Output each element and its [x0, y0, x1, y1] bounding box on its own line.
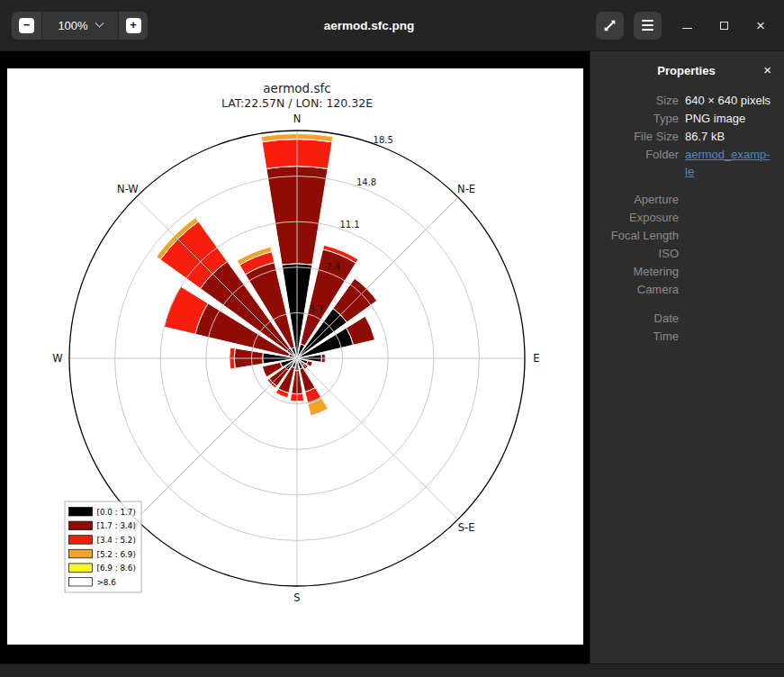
svg-text:11.1: 11.1	[339, 220, 359, 230]
properties-panel: Properties × Size 640 × 640 pixels Type …	[590, 51, 784, 663]
svg-text:[1.7 : 3.4): [1.7 : 3.4)	[97, 521, 136, 530]
main-content: 3.77.411.114.818.5NN-EES-ESS-WWN-W[0.0 :…	[0, 51, 784, 663]
property-value: PNG image	[685, 110, 773, 128]
property-label: Time	[599, 328, 679, 346]
fullscreen-button[interactable]	[596, 12, 624, 40]
zoom-out-icon: −	[19, 18, 34, 33]
property-label: Metering	[599, 263, 679, 281]
property-row-metering: Metering	[599, 263, 773, 281]
svg-text:aermod.sfc: aermod.sfc	[263, 81, 330, 95]
image-canvas[interactable]: 3.77.411.114.818.5NN-EES-ESS-WWN-W[0.0 :…	[0, 51, 590, 663]
property-row-date: Date	[599, 310, 773, 328]
svg-text:S: S	[293, 591, 300, 604]
svg-text:>8.6: >8.6	[97, 578, 117, 587]
zoom-level-value: 100%	[58, 19, 87, 32]
chart-legend: [0.0 : 1.7)[1.7 : 3.4)[3.4 : 5.2)[5.2 : …	[65, 501, 141, 592]
svg-text:18.5: 18.5	[374, 135, 393, 145]
zoom-level-dropdown[interactable]: 100%	[41, 12, 118, 40]
window-title: aermod.sfc.png	[148, 19, 596, 32]
property-row-time: Time	[599, 328, 773, 346]
folder-link-line: le	[685, 163, 773, 180]
headerbar: − 100% + aermod.sfc.png	[0, 0, 784, 51]
svg-text:N: N	[293, 113, 302, 125]
svg-text:S-E: S-E	[458, 521, 475, 534]
svg-text:14.8: 14.8	[356, 177, 376, 187]
svg-text:N-E: N-E	[457, 183, 475, 195]
svg-text:3.7: 3.7	[310, 304, 324, 314]
hamburger-menu-icon	[642, 20, 653, 31]
property-row-filesize: File Size 86.7 kB	[599, 128, 773, 146]
panel-close-button[interactable]: ×	[763, 62, 771, 77]
svg-text:E: E	[533, 352, 539, 365]
property-row-type: Type PNG image	[599, 110, 773, 128]
property-label: Date	[599, 310, 679, 328]
minimize-icon	[682, 28, 692, 30]
panel-title: Properties	[657, 64, 715, 77]
fullscreen-icon	[603, 19, 617, 32]
property-value: 86.7 kB	[685, 128, 773, 146]
zoom-controls: − 100% +	[12, 12, 148, 40]
property-label: ISO	[599, 245, 679, 263]
chevron-down-icon	[95, 18, 104, 27]
property-label: Focal Length	[599, 227, 679, 245]
headerbar-right-controls: ×	[596, 12, 772, 40]
close-button[interactable]: ×	[749, 14, 772, 37]
property-label: Camera	[599, 281, 679, 299]
property-label: Type	[599, 110, 679, 128]
property-row-camera: Camera	[599, 281, 773, 299]
property-label: File Size	[599, 128, 679, 146]
property-label: Folder	[599, 146, 679, 180]
maximize-icon	[720, 22, 728, 30]
property-row-aperture: Aperture	[599, 191, 773, 209]
svg-text:7.4: 7.4	[326, 262, 340, 272]
zoom-out-button[interactable]: −	[12, 12, 41, 40]
property-label: Size	[599, 92, 679, 110]
zoom-in-button[interactable]: +	[118, 12, 148, 40]
property-row-folder: Folder aermod_examp- le	[599, 146, 773, 180]
property-row-iso: ISO	[599, 245, 773, 263]
property-row-size: Size 640 × 640 pixels	[599, 92, 773, 110]
property-value: 640 × 640 pixels	[685, 92, 773, 110]
svg-text:[0.0 : 1.7): [0.0 : 1.7)	[97, 508, 136, 517]
property-row-focal-length: Focal Length	[599, 227, 773, 245]
window-bottom-edge	[0, 663, 784, 677]
property-label: Exposure	[599, 209, 679, 227]
svg-text:[3.4 : 5.2): [3.4 : 5.2)	[97, 536, 136, 545]
close-icon: ×	[756, 18, 765, 33]
folder-link[interactable]: aermod_examp- le	[685, 146, 773, 180]
svg-text:N-W: N-W	[117, 183, 139, 195]
property-label: Aperture	[599, 191, 679, 209]
windrose-chart-image: 3.77.411.114.818.5NN-EES-ESS-WWN-W[0.0 :…	[7, 68, 583, 645]
image-viewer-window: − 100% + aermod.sfc.png	[0, 0, 784, 677]
svg-text:LAT:22.57N / LON: 120.32E: LAT:22.57N / LON: 120.32E	[221, 96, 373, 110]
folder-link-line: aermod_examp-	[685, 146, 773, 163]
menu-button[interactable]	[634, 12, 662, 40]
minimize-button[interactable]	[675, 14, 698, 37]
svg-text:W: W	[52, 352, 62, 365]
svg-text:[5.2 : 6.9): [5.2 : 6.9)	[97, 550, 136, 559]
svg-text:[6.9 : 8.6): [6.9 : 8.6)	[97, 564, 136, 573]
maximize-button[interactable]	[712, 14, 735, 37]
zoom-in-icon: +	[126, 18, 141, 33]
property-row-exposure: Exposure	[599, 209, 773, 227]
